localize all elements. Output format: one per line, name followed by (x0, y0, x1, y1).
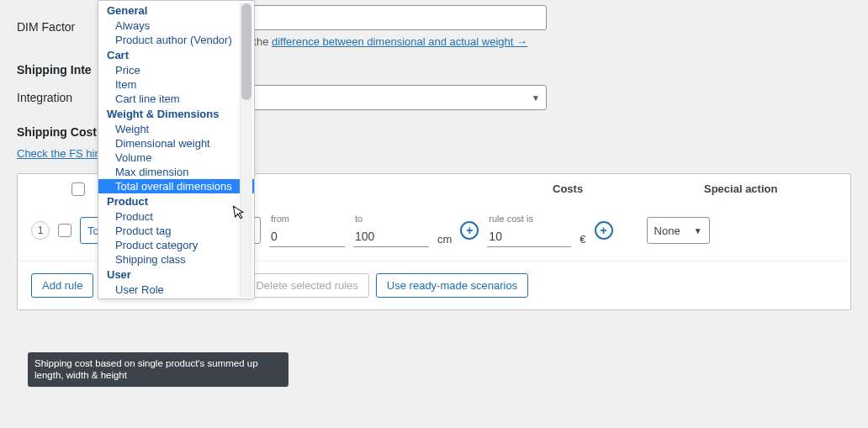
dropdown-item[interactable]: Cart line item (98, 92, 254, 106)
dropdown-item[interactable]: Shipping class (98, 252, 254, 267)
dropdown-item[interactable]: Product (98, 209, 254, 224)
dropdown-item[interactable]: Always (98, 18, 254, 33)
dropdown-item[interactable]: Max dimension (98, 165, 254, 179)
dropdown-group: User (98, 267, 254, 283)
ready-scenarios-button[interactable]: Use ready-made scenarios (376, 273, 528, 298)
dropdown-item[interactable]: Volume (98, 151, 254, 165)
dim-factor-input[interactable] (210, 5, 547, 30)
dropdown-item[interactable]: User Role (98, 283, 254, 297)
dropdown-item[interactable]: Weight (98, 122, 254, 136)
dim-helper-link[interactable]: difference between dimensional and actua… (272, 35, 527, 48)
dropdown-item[interactable]: Total overall dimensions (98, 179, 254, 193)
cost-input[interactable] (487, 225, 571, 247)
unit-label: cm (437, 233, 452, 247)
add-cost-button[interactable]: + (595, 221, 613, 240)
dropdown-group: Product (98, 193, 254, 209)
dropdown-group: General (98, 3, 254, 18)
add-condition-button[interactable]: + (460, 221, 479, 240)
from-input[interactable] (269, 225, 345, 247)
chevron-down-icon: ▼ (694, 226, 702, 235)
dropdown-group: Cart (98, 47, 254, 63)
tooltip: Shipping cost based on single product's … (28, 352, 288, 387)
rule-number: 1 (31, 221, 50, 240)
dropdown-item[interactable]: Product tag (98, 224, 254, 238)
dropdown-item[interactable]: Price (98, 63, 254, 77)
cost-label: rule cost is (487, 214, 571, 224)
dropdown-item[interactable]: Dimensional weight (98, 136, 254, 151)
row-checkbox[interactable] (58, 224, 71, 237)
costs-header: Costs (553, 182, 704, 198)
add-rule-button[interactable]: Add rule (31, 273, 93, 298)
to-label: to (353, 214, 429, 224)
delete-rules-button[interactable]: Delete selected rules (245, 273, 368, 298)
dropdown-group: Weight & Dimensions (98, 106, 254, 122)
special-action-header: Special action (704, 182, 837, 198)
dropdown-item[interactable]: Product category (98, 238, 254, 252)
from-label: from (269, 214, 345, 224)
dropdown-item[interactable]: Item (98, 77, 254, 92)
integration-select[interactable] (210, 85, 547, 110)
fs-hints-link[interactable]: Check the FS hin (17, 147, 101, 160)
dropdown-item[interactable]: Product author (Vendor) (98, 33, 254, 47)
special-action-select[interactable]: None▼ (647, 217, 710, 244)
when-dropdown: GeneralAlwaysProduct author (Vendor)Cart… (98, 0, 255, 299)
to-input[interactable] (353, 225, 429, 247)
currency-label: € (580, 233, 585, 247)
select-all-checkbox[interactable] (71, 182, 85, 196)
dim-helper: re about the difference between dimensio… (210, 35, 851, 48)
